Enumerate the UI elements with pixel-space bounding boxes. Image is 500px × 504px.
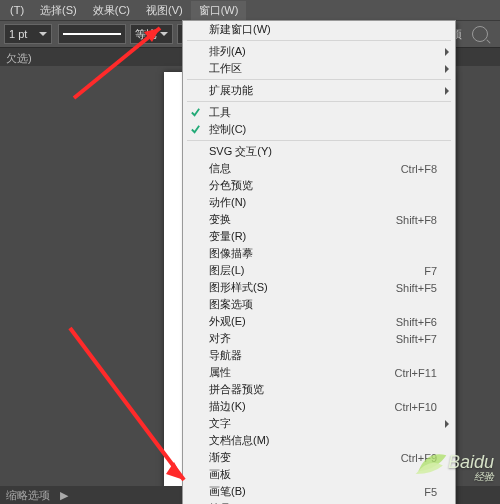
watermark-sub: 经验	[448, 470, 494, 484]
menu-item[interactable]: 分色预览	[183, 177, 455, 194]
status-arrow-icon[interactable]: ▶	[60, 489, 68, 502]
menu-item-select[interactable]: 选择(S)	[32, 1, 85, 20]
menu-item-label: 图像描摹	[209, 246, 253, 261]
status-label: 缩略选项	[6, 488, 50, 503]
chevron-right-icon	[445, 87, 449, 95]
stroke-preview[interactable]	[58, 24, 126, 44]
menu-item[interactable]: 图案选项	[183, 296, 455, 313]
menu-item[interactable]: 动作(N)	[183, 194, 455, 211]
menu-item[interactable]: 描边(K)Ctrl+F10	[183, 398, 455, 415]
menu-item[interactable]: 工具	[183, 104, 455, 121]
menu-item[interactable]: 外观(E)Shift+F6	[183, 313, 455, 330]
menu-item[interactable]: 对齐Shift+F7	[183, 330, 455, 347]
menu-item-label: 文字	[209, 416, 231, 431]
menu-separator	[187, 140, 451, 141]
chevron-right-icon	[445, 65, 449, 73]
menu-item-label: 扩展功能	[209, 83, 253, 98]
menu-item[interactable]: 新建窗口(W)	[183, 21, 455, 38]
menu-item-label: 图案选项	[209, 297, 253, 312]
menu-item-label: 控制(C)	[209, 122, 246, 137]
menu-item-effect[interactable]: 效果(C)	[85, 1, 138, 20]
menubar: (T) 选择(S) 效果(C) 视图(V) 窗口(W)	[0, 0, 500, 21]
menu-item-shortcut: Ctrl+F10	[395, 401, 438, 413]
menu-item-label: 对齐	[209, 331, 231, 346]
document-tab[interactable]: 欠选)	[6, 51, 32, 66]
menu-item[interactable]: 文档信息(M)	[183, 432, 455, 449]
menu-item[interactable]: 控制(C)	[183, 121, 455, 138]
menu-item[interactable]: 变换Shift+F8	[183, 211, 455, 228]
menu-item[interactable]: 图形样式(S)Shift+F5	[183, 279, 455, 296]
profile-select[interactable]: 等比	[130, 24, 173, 44]
menu-item-label: 导航器	[209, 348, 242, 363]
menu-item-type[interactable]: (T)	[2, 2, 32, 18]
window-menu: 新建窗口(W)排列(A)工作区扩展功能工具控制(C)SVG 交互(Y)信息Ctr…	[182, 20, 456, 504]
chevron-down-icon	[160, 32, 168, 36]
menu-item-shortcut: F7	[424, 265, 437, 277]
menu-item[interactable]: 符号Shift+Ctrl+F11	[183, 500, 455, 504]
chevron-right-icon	[445, 420, 449, 428]
menu-item-shortcut: Shift+F5	[396, 282, 437, 294]
menu-item-label: 画板	[209, 467, 231, 482]
menu-separator	[187, 79, 451, 80]
menu-item-window[interactable]: 窗口(W)	[191, 1, 247, 20]
search-icon[interactable]	[472, 26, 488, 42]
menu-item-label: 新建窗口(W)	[209, 22, 271, 37]
menu-item-shortcut: Ctrl+F11	[395, 367, 438, 379]
chevron-down-icon	[39, 32, 47, 36]
menu-item[interactable]: 文字	[183, 415, 455, 432]
menu-item-label: 图形样式(S)	[209, 280, 268, 295]
menu-item[interactable]: 信息Ctrl+F8	[183, 160, 455, 177]
menu-item-label: 渐变	[209, 450, 231, 465]
menu-item-shortcut: Ctrl+F8	[401, 163, 437, 175]
app-frame: (T) 选择(S) 效果(C) 视图(V) 窗口(W) 1 pt 等比 0 5 …	[0, 0, 500, 504]
leaf-icon	[414, 450, 448, 476]
check-icon	[190, 124, 201, 135]
menu-item[interactable]: 变量(R)	[183, 228, 455, 245]
watermark: Baidu经验	[448, 452, 494, 484]
menu-item[interactable]: 属性Ctrl+F11	[183, 364, 455, 381]
menu-item-label: 排列(A)	[209, 44, 246, 59]
menu-item-label: SVG 交互(Y)	[209, 144, 272, 159]
menu-item-label: 工作区	[209, 61, 242, 76]
menu-item-label: 图层(L)	[209, 263, 244, 278]
watermark-brand: Baidu	[448, 452, 494, 472]
menu-item[interactable]: 图层(L)F7	[183, 262, 455, 279]
menu-item[interactable]: 排列(A)	[183, 43, 455, 60]
menu-item-label: 分色预览	[209, 178, 253, 193]
line-icon	[63, 33, 121, 35]
menu-item-label: 外观(E)	[209, 314, 246, 329]
menu-item-shortcut: Shift+F7	[396, 333, 437, 345]
menu-item-label: 属性	[209, 365, 231, 380]
stroke-width-value: 1 pt	[9, 28, 27, 40]
menu-item-shortcut: F5	[424, 486, 437, 498]
menu-item[interactable]: 工作区	[183, 60, 455, 77]
menu-item-label: 画笔(B)	[209, 484, 246, 499]
menu-item-label: 信息	[209, 161, 231, 176]
menu-item-shortcut: Shift+F6	[396, 316, 437, 328]
menu-item[interactable]: 画笔(B)F5	[183, 483, 455, 500]
chevron-right-icon	[445, 48, 449, 56]
menu-item[interactable]: SVG 交互(Y)	[183, 143, 455, 160]
menu-item[interactable]: 图像描摹	[183, 245, 455, 262]
menu-item-shortcut: Shift+F8	[396, 214, 437, 226]
menu-item-label: 变换	[209, 212, 231, 227]
menu-item-label: 动作(N)	[209, 195, 246, 210]
menu-separator	[187, 101, 451, 102]
menu-item-label: 工具	[209, 105, 231, 120]
stroke-width-field[interactable]: 1 pt	[4, 24, 52, 44]
menu-item-label: 拼合器预览	[209, 382, 264, 397]
menu-item-label: 文档信息(M)	[209, 433, 270, 448]
menu-separator	[187, 40, 451, 41]
check-icon	[190, 107, 201, 118]
menu-item-label: 描边(K)	[209, 399, 246, 414]
profile-label: 等比	[135, 27, 157, 42]
menu-item-label: 变量(R)	[209, 229, 246, 244]
menu-item[interactable]: 导航器	[183, 347, 455, 364]
menu-item[interactable]: 拼合器预览	[183, 381, 455, 398]
menu-item-view[interactable]: 视图(V)	[138, 1, 191, 20]
menu-item[interactable]: 扩展功能	[183, 82, 455, 99]
